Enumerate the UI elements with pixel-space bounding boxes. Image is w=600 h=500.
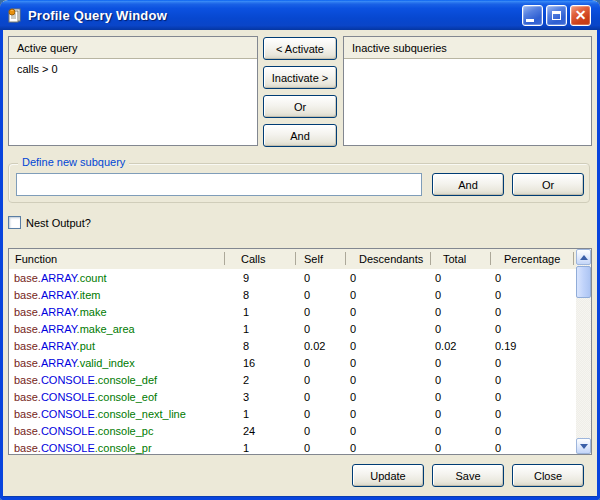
active-query-header-label: Active query: [17, 42, 78, 54]
function-name-cell: base.ARRAY.count: [9, 272, 225, 284]
nest-output-label: Nest Output?: [26, 217, 91, 229]
subquery-input[interactable]: [16, 173, 422, 196]
inactive-subqueries-header: Inactive subqueries: [344, 37, 591, 59]
value-cell: 0: [431, 357, 491, 369]
value-cell: 0: [296, 391, 346, 403]
table-row[interactable]: base.ARRAY.valid_index160000: [9, 354, 576, 371]
value-cell: 0: [346, 289, 431, 301]
scroll-down-button[interactable]: [576, 438, 591, 454]
value-cell: 0.19: [491, 340, 574, 352]
table-row[interactable]: base.CONSOLE.console_next_line10000: [9, 405, 576, 422]
column-header-function[interactable]: Function: [9, 249, 225, 269]
value-cell: 0: [346, 357, 431, 369]
and-combine-button[interactable]: And: [263, 124, 337, 147]
table-row[interactable]: base.ARRAY.make_area10000: [9, 320, 576, 337]
value-cell: 0: [491, 323, 574, 335]
function-name-cell: base.CONSOLE.console_next_line: [9, 408, 225, 420]
table-row[interactable]: base.ARRAY.item80000: [9, 286, 576, 303]
value-cell: 0: [491, 442, 574, 454]
value-cell: 9: [225, 272, 296, 284]
value-cell: 2: [225, 374, 296, 386]
minimize-button[interactable]: [522, 5, 543, 26]
value-cell: 8: [225, 340, 296, 352]
inactive-subqueries-header-label: Inactive subqueries: [352, 42, 447, 54]
close-button[interactable]: ✕: [570, 5, 591, 26]
titlebar[interactable]: Profile Query Window ✕: [0, 0, 600, 30]
table-row[interactable]: base.ARRAY.count90000: [9, 269, 576, 286]
scroll-up-button[interactable]: [576, 249, 591, 265]
table-row[interactable]: base.ARRAY.make10000: [9, 303, 576, 320]
value-cell: 0: [296, 323, 346, 335]
scroll-down-icon: [580, 444, 588, 449]
value-cell: 0: [431, 442, 491, 454]
function-name-cell: base.ARRAY.make_area: [9, 323, 225, 335]
value-cell: 0: [431, 408, 491, 420]
maximize-button[interactable]: [546, 5, 567, 26]
function-name-cell: base.ARRAY.item: [9, 289, 225, 301]
table-row[interactable]: base.CONSOLE.console_pr10000: [9, 439, 576, 454]
value-cell: 0: [346, 272, 431, 284]
save-button[interactable]: Save: [432, 464, 504, 487]
value-cell: 0: [491, 408, 574, 420]
subquery-and-button[interactable]: And: [432, 173, 504, 196]
nest-output-checkbox[interactable]: [8, 216, 21, 229]
value-cell: 1: [225, 306, 296, 318]
column-header-descendants[interactable]: Descendants: [346, 249, 431, 269]
active-query-item[interactable]: calls > 0: [9, 62, 257, 76]
value-cell: 0: [431, 425, 491, 437]
value-cell: 24: [225, 425, 296, 437]
table-header: Function Calls Self Descendants Total Pe…: [9, 249, 576, 270]
value-cell: 0: [431, 391, 491, 403]
table-row[interactable]: base.CONSOLE.console_pc240000: [9, 422, 576, 439]
active-query-list[interactable]: Active query calls > 0: [8, 36, 258, 146]
inactive-subqueries-list[interactable]: Inactive subqueries: [343, 36, 592, 146]
value-cell: 0: [296, 272, 346, 284]
maximize-icon: [552, 11, 561, 20]
value-cell: 0: [296, 374, 346, 386]
column-header-self[interactable]: Self: [296, 249, 346, 269]
value-cell: 0: [296, 442, 346, 454]
value-cell: 0: [346, 306, 431, 318]
value-cell: 8: [225, 289, 296, 301]
window-icon: [7, 7, 23, 23]
scroll-up-icon: [580, 255, 588, 260]
value-cell: 0: [346, 391, 431, 403]
inactivate-button[interactable]: Inactivate >: [263, 66, 337, 89]
column-header-calls[interactable]: Calls: [225, 249, 296, 269]
value-cell: 0: [491, 425, 574, 437]
column-header-total[interactable]: Total: [431, 249, 491, 269]
scroll-thumb[interactable]: [576, 266, 591, 298]
or-combine-button[interactable]: Or: [263, 95, 337, 118]
value-cell: 0.02: [431, 340, 491, 352]
table-row[interactable]: base.ARRAY.put80.0200.020.19: [9, 337, 576, 354]
function-name-cell: base.ARRAY.make: [9, 306, 225, 318]
value-cell: 0: [296, 306, 346, 318]
function-name-cell: base.CONSOLE.console_pr: [9, 442, 225, 454]
value-cell: 0: [346, 442, 431, 454]
table-row[interactable]: base.CONSOLE.console_eof30000: [9, 388, 576, 405]
value-cell: 0: [296, 289, 346, 301]
value-cell: 0: [491, 357, 574, 369]
value-cell: 0: [296, 357, 346, 369]
function-name-cell: base.CONSOLE.console_pc: [9, 425, 225, 437]
value-cell: 0: [491, 374, 574, 386]
value-cell: 3: [225, 391, 296, 403]
window-title: Profile Query Window: [28, 8, 522, 23]
close-dialog-button[interactable]: Close: [512, 464, 584, 487]
value-cell: 0: [346, 374, 431, 386]
activate-button[interactable]: < Activate: [263, 37, 337, 60]
value-cell: 0: [491, 289, 574, 301]
column-header-percentage[interactable]: Percentage: [491, 249, 574, 269]
function-name-cell: base.ARRAY.valid_index: [9, 357, 225, 369]
define-subquery-label: Define new subquery: [18, 156, 129, 168]
table-scrollbar[interactable]: [576, 249, 591, 454]
value-cell: 0: [491, 272, 574, 284]
value-cell: 1: [225, 323, 296, 335]
table-row[interactable]: base.CONSOLE.console_def20000: [9, 371, 576, 388]
function-name-cell: base.ARRAY.put: [9, 340, 225, 352]
value-cell: 0: [491, 306, 574, 318]
value-cell: 0: [346, 340, 431, 352]
value-cell: 0: [346, 425, 431, 437]
update-button[interactable]: Update: [352, 464, 424, 487]
subquery-or-button[interactable]: Or: [512, 173, 584, 196]
